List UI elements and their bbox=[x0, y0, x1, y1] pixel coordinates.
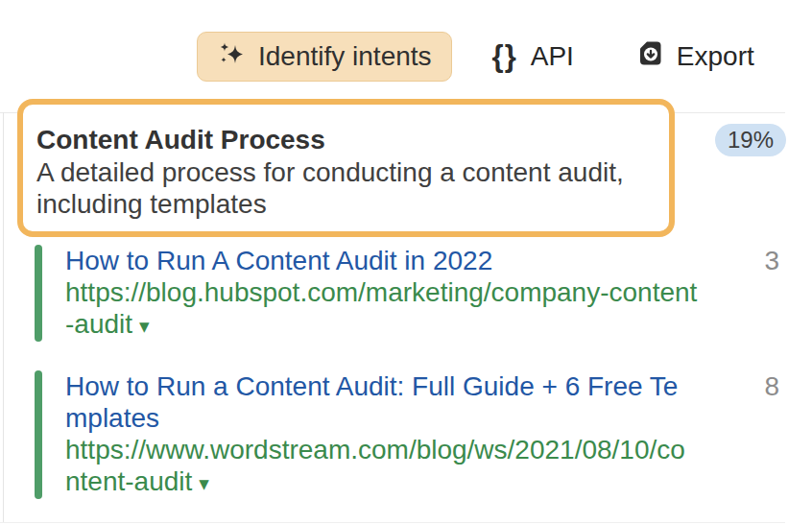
result-url-line: https://blog.hubspot.com/marketing/compa… bbox=[65, 276, 699, 342]
table-left-border bbox=[3, 112, 4, 523]
sparkles-icon bbox=[217, 39, 246, 75]
result-row: How to Run a Content Audit: Full Guide +… bbox=[35, 370, 779, 499]
url-dropdown-caret-icon[interactable]: ▾ bbox=[139, 315, 150, 337]
file-download-icon bbox=[637, 40, 663, 73]
result-count: 3 bbox=[764, 245, 779, 276]
results-list: How to Run A Content Audit in 2022 https… bbox=[35, 245, 779, 524]
result-body: How to Run a Content Audit: Full Guide +… bbox=[65, 370, 699, 499]
intent-description: A detailed process for conducting a cont… bbox=[36, 156, 656, 220]
result-title-link[interactable]: How to Run A Content Audit in 2022 bbox=[65, 245, 699, 276]
url-dropdown-caret-icon[interactable]: ▾ bbox=[199, 472, 209, 494]
toolbar: Identify intents {} API Export bbox=[197, 32, 754, 82]
identify-intents-button[interactable]: Identify intents bbox=[197, 32, 452, 82]
result-count: 8 bbox=[764, 370, 779, 402]
intent-share-badge: 19% bbox=[715, 124, 786, 156]
curly-braces-icon: {} bbox=[492, 39, 517, 74]
export-button[interactable]: Export bbox=[637, 40, 754, 73]
result-url-line: https://www.wordstream.com/blog/ws/2021/… bbox=[65, 434, 699, 499]
result-url-link[interactable]: https://www.wordstream.com/blog/ws/2021/… bbox=[65, 435, 685, 496]
identify-intents-label: Identify intents bbox=[258, 41, 432, 72]
intent-title: Content Audit Process bbox=[36, 124, 656, 156]
result-url-link[interactable]: https://blog.hubspot.com/marketing/compa… bbox=[65, 277, 697, 339]
export-label: Export bbox=[677, 41, 754, 72]
api-button[interactable]: {} API bbox=[492, 39, 574, 74]
intent-highlight-card: Content Audit Process A detailed process… bbox=[17, 99, 675, 237]
intent-group-bar bbox=[35, 370, 42, 499]
result-body: How to Run A Content Audit in 2022 https… bbox=[65, 245, 699, 342]
result-row: How to Run A Content Audit in 2022 https… bbox=[35, 245, 779, 342]
intent-group-bar bbox=[35, 245, 42, 342]
result-title-link[interactable]: How to Run a Content Audit: Full Guide +… bbox=[65, 370, 699, 434]
api-label: API bbox=[531, 41, 574, 72]
